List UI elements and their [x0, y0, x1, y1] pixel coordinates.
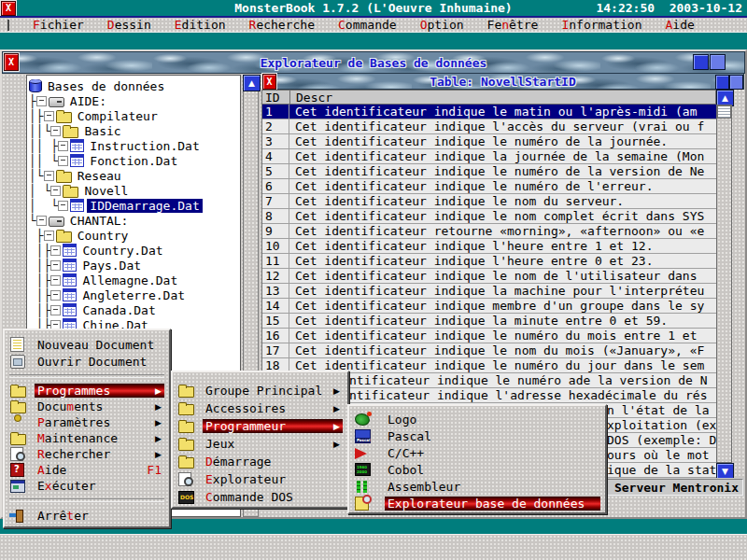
table-row[interactable]: 4Cet identificateur indique la journée d… — [262, 149, 716, 164]
menu-item-programmeur[interactable]: Programmeur▶ — [173, 417, 347, 435]
tree-item[interactable]: │├Canada.Dat — [29, 302, 240, 317]
table-scrollbar[interactable] — [716, 105, 732, 463]
table-row[interactable]: 12Cet identificateur indique le nom de l… — [262, 269, 716, 284]
menu-item-explorateur-base-de-donn-es[interactable]: Explorateur base de données — [349, 495, 605, 511]
menu-item-maintenance[interactable]: Maintenance▶ — [5, 430, 169, 446]
expand-box-icon[interactable] — [50, 126, 61, 136]
menubar-item-edition[interactable]: Edition — [175, 18, 226, 32]
menubar-item-option[interactable]: Option — [420, 18, 464, 32]
menubar-item-fentre[interactable]: Fenêtre — [487, 18, 539, 32]
scroll-up-icon[interactable]: ▲ — [243, 75, 261, 91]
table-window-title-bar[interactable]: Table: NovellStartID — [261, 73, 744, 90]
tree-item-label[interactable]: Reseau — [75, 169, 124, 183]
tree-item[interactable]: │└Reseau — [29, 168, 240, 183]
menu-item-aide[interactable]: AideF1 — [5, 462, 169, 478]
tree-item[interactable]: │ └IDDemarrage.Dat — [29, 198, 240, 213]
maximize-button[interactable] — [729, 75, 743, 90]
tree-item[interactable]: ├AIDE: — [29, 93, 240, 108]
menu-item-ouvrir-document[interactable]: Ouvrir Document — [5, 353, 169, 370]
expand-box-icon[interactable] — [50, 245, 61, 256]
tree-item[interactable]: │├Allemagne.Dat — [29, 273, 240, 287]
table-row[interactable]: 2Cet identificateur indique l'accès du s… — [262, 119, 716, 134]
main-window-title-bar[interactable]: Explorateur de Bases de données — [2, 51, 745, 74]
table-row[interactable]: 16Cet identificateur indique le numéro d… — [262, 329, 716, 343]
menu-item-explorateur[interactable]: Explorateur — [173, 470, 347, 488]
table-row[interactable]: 6Cet identificateur indique le numéro de… — [262, 179, 716, 194]
menu-item-nouveau-document[interactable]: Nouveau Document — [5, 336, 169, 353]
tree-item[interactable]: │ └Novell — [29, 183, 240, 198]
table-row[interactable]: 3Cet identificateur indique le numéro de… — [262, 134, 716, 149]
menubar-item-information[interactable]: Information — [561, 18, 641, 32]
expand-box-icon[interactable] — [50, 275, 61, 286]
menu-item-accessoires[interactable]: Accessoires▶ — [173, 399, 347, 417]
menu-item-ex-cuter[interactable]: Exécuter — [5, 478, 169, 494]
tree-item-label[interactable]: Novell — [81, 184, 131, 198]
expand-box-icon[interactable] — [58, 141, 68, 151]
expand-box-icon[interactable] — [44, 231, 54, 241]
tree-item-label[interactable]: Angleterre.Dat — [79, 288, 188, 302]
menu-item-programmes[interactable]: Programmes▶ — [5, 383, 169, 399]
menu-item-documents[interactable]: Documents▶ — [5, 399, 169, 414]
column-header-id[interactable]: ID — [262, 91, 290, 104]
menubar-item-fichier[interactable]: Fichier — [33, 18, 84, 32]
expand-box-icon[interactable] — [50, 305, 61, 315]
tree-item-label[interactable]: Country.Dat — [79, 244, 165, 258]
tree-item-label[interactable]: CHANTAL: — [67, 214, 132, 228]
table-row[interactable]: 13Cet identificateur indique la machine … — [262, 284, 716, 299]
expand-box-icon[interactable] — [36, 96, 47, 106]
tree-item-label[interactable]: AIDE: — [67, 94, 109, 108]
tree-item-label[interactable]: Basic — [81, 124, 123, 138]
menu-item-param-tres[interactable]: Paramètres▶ — [5, 414, 169, 430]
table-row[interactable]: 8Cet identificateur indique le nom compl… — [262, 209, 716, 224]
table-row[interactable]: 11Cet identificateur indique l'heure ent… — [262, 254, 716, 269]
tree-item[interactable]: │├Angleterre.Dat — [29, 287, 240, 302]
menu-item-jeux[interactable]: Jeux▶ — [173, 435, 347, 453]
maximize-button[interactable] — [710, 54, 726, 70]
menu-item-groupe-principal[interactable]: Groupe Principal▶ — [173, 382, 347, 399]
menu-item-c-c-[interactable]: C/C++ — [349, 444, 605, 461]
minimize-button[interactable] — [715, 75, 729, 90]
menu-item-logo[interactable]: Logo — [349, 411, 605, 427]
tree-item[interactable]: │├Pays.Dat — [29, 258, 240, 273]
expand-box-icon[interactable] — [50, 260, 61, 271]
tree-item-label[interactable]: Canada.Dat — [79, 303, 158, 317]
tree-item[interactable]: └CHANTAL: — [29, 213, 240, 228]
tree-item-label[interactable]: Allemagne.Dat — [79, 273, 180, 287]
scrollbar-thumb[interactable] — [717, 105, 731, 119]
table-row[interactable]: 14Cet identificateur indique membre d'un… — [262, 299, 716, 314]
close-icon[interactable]: X — [262, 74, 276, 90]
menu-item-arr-ter[interactable]: Arrêter — [5, 507, 169, 524]
tree-item-label[interactable]: Compilateur — [75, 109, 161, 123]
minimize-button[interactable] — [693, 54, 709, 70]
menu-item-pascal[interactable]: Pascal — [349, 427, 605, 444]
tree-item[interactable]: ││ ├Instruction.Dat — [29, 138, 240, 153]
close-icon[interactable]: X — [1, 1, 16, 16]
table-row[interactable]: 10Cet identificateur indique l'heure ent… — [262, 239, 716, 254]
menubar-item-recherche[interactable]: Recherche — [249, 18, 315, 32]
expand-box-icon[interactable] — [58, 201, 68, 211]
expand-box-icon[interactable] — [58, 156, 68, 166]
tree-item-label[interactable]: Instruction.Dat — [87, 139, 202, 153]
expand-box-icon[interactable] — [36, 216, 47, 226]
menubar-item-commande[interactable]: Commande — [338, 18, 397, 32]
tree-item[interactable]: Bases de données — [29, 78, 240, 93]
tree-item-label[interactable]: IDDemarrage.Dat — [87, 199, 202, 213]
table-row[interactable]: 5Cet identificateur indique le numéro de… — [262, 164, 716, 179]
menubar-item-dessin[interactable]: Dessin — [107, 18, 151, 32]
menu-item-rechercher[interactable]: Rechercher▶ — [5, 446, 169, 462]
expand-box-icon[interactable] — [50, 290, 61, 301]
tree-item[interactable]: ││└Basic — [29, 123, 240, 138]
menubar-item-aide[interactable]: Aide — [666, 18, 695, 32]
table-row[interactable]: 9Cet identificateur retourne «morning», … — [262, 224, 716, 239]
menu-item-d-marrage[interactable]: Démarrage — [173, 453, 347, 470]
tree-item[interactable]: │├Country.Dat — [29, 243, 240, 258]
column-header-descr[interactable]: Descr — [290, 91, 715, 105]
tree-item[interactable]: ├Country — [29, 228, 240, 243]
tree-item[interactable]: ││ └Fonction.Dat — [29, 153, 240, 168]
tree-item-label[interactable]: Bases de données — [45, 79, 167, 93]
menu-item-assembleur[interactable]: Assembleur — [349, 478, 605, 495]
table-row[interactable]: 15Cet identificateur indique la minute e… — [262, 314, 716, 329]
tree-item-label[interactable]: Pays.Dat — [79, 259, 144, 273]
table-row[interactable]: 7Cet identificateur indique le nom du se… — [262, 194, 716, 209]
close-icon[interactable]: X — [4, 53, 19, 71]
